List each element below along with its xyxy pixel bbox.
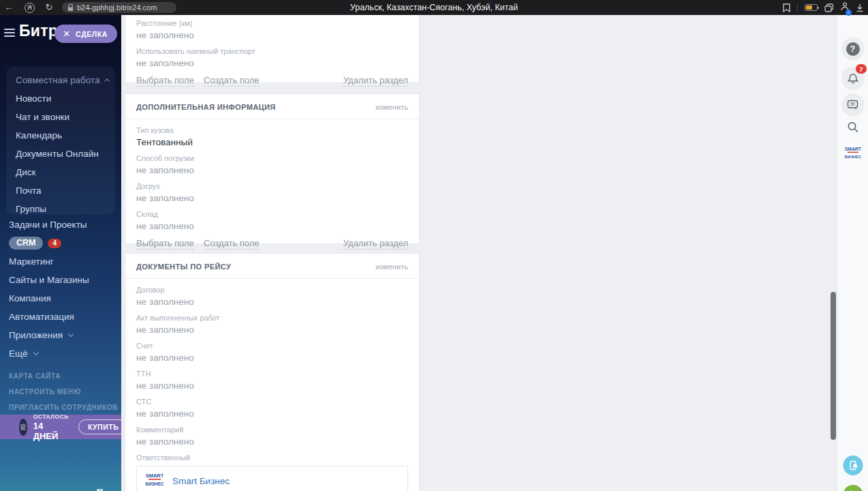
select-field-link[interactable]: Выбрать поле xyxy=(136,75,194,87)
field-label: Склад xyxy=(136,210,408,219)
help-icon: ? xyxy=(846,42,860,56)
responsible-user-link[interactable]: Smart Бизнес xyxy=(172,476,230,486)
help-button[interactable]: ? xyxy=(841,38,865,61)
field-value: не заполнено xyxy=(136,30,408,41)
field-distance: Расстояние (км) не заполнено xyxy=(136,19,408,41)
battery-icon[interactable] xyxy=(805,4,818,11)
field-body-type: Тип кузова Тентованный xyxy=(136,126,408,148)
field-loading-method: Способ погрузки не заполнено xyxy=(136,154,408,176)
back-icon[interactable]: ← xyxy=(0,0,18,15)
delete-section-link[interactable]: Удалить раздел xyxy=(343,238,408,250)
field-label: Способ погрузки xyxy=(136,154,408,163)
responsible-user-card: SMARTБИЗНЕС Smart Бизнес xyxy=(136,466,408,491)
chevron-up-icon xyxy=(104,79,109,85)
svg-text:БИЗНЕС: БИЗНЕС xyxy=(844,155,861,159)
trial-remaining-value: 14 ДНЕЙ xyxy=(33,421,69,441)
section-title: ДОПОЛНИТЕЛЬНАЯ ИНФОРМАЦИЯ xyxy=(136,103,276,111)
configure-menu-link[interactable]: НАСТРОИТЬ МЕНЮ xyxy=(0,384,121,400)
field-value: Тентованный xyxy=(136,137,408,148)
notifications-button[interactable]: 7 xyxy=(841,67,865,90)
browser-home-icon[interactable]: Я xyxy=(25,3,35,13)
toolbar-divider xyxy=(797,3,798,12)
field-value: не заполнено xyxy=(136,353,408,363)
field-value: не заполнено xyxy=(136,193,408,204)
refresh-icon[interactable]: ↻ xyxy=(40,0,58,15)
trial-remaining-label: ОСТАЛОСЬ xyxy=(33,413,69,420)
field-value: не заполнено xyxy=(136,297,408,308)
tabs-icon[interactable] xyxy=(824,3,834,12)
sidebar-item-apps[interactable]: Приложения xyxy=(0,326,121,344)
field-value: не заполнено xyxy=(136,325,408,336)
crm-pill[interactable]: CRM xyxy=(9,237,43,250)
field-extra-load: Догруз не заполнено xyxy=(136,182,408,204)
browser-actions: ✓ xyxy=(783,0,864,15)
messenger-button[interactable] xyxy=(841,93,865,117)
search-icon[interactable] xyxy=(847,121,858,136)
chat-icon xyxy=(847,100,858,110)
create-field-link[interactable]: Создать поле xyxy=(204,238,260,250)
sidebar-footer: КАРТА САЙТА НАСТРОИТЬ МЕНЮ ПРИГЛАСИТЬ СО… xyxy=(0,368,121,415)
profile-check-badge: ✓ xyxy=(846,10,852,16)
field-value: не заполнено xyxy=(136,58,408,69)
svg-text:БИЗНЕС: БИЗНЕС xyxy=(145,481,164,486)
screen: ← Я ↻ b24-gphhgj.bitrix24.com Уральск, К… xyxy=(0,0,868,491)
crown-icon: ♕ xyxy=(19,419,27,436)
field-work-act: Акт выполненных работ не заполнено xyxy=(136,314,408,336)
lock-icon xyxy=(67,4,74,12)
profile-icon[interactable]: ✓ xyxy=(841,1,849,14)
main-sidebar: Битрикс24 ✕ СДЕЛКА Совместная работа Нов… xyxy=(0,15,121,491)
sidebar-item-sites[interactable]: Сайты и Магазины xyxy=(0,271,121,289)
create-field-link[interactable]: Создать поле xyxy=(204,75,260,87)
chevron-down-icon xyxy=(68,331,74,337)
sidebar-item-disk[interactable]: Диск xyxy=(6,163,115,181)
svg-text:SMART: SMART xyxy=(845,147,862,151)
sidebar-item-calendar[interactable]: Календарь xyxy=(6,126,115,145)
trial-banner[interactable]: ♕ ОСТАЛОСЬ 14 ДНЕЙ КУПИТЬ xyxy=(0,415,121,439)
avatar: SMARTБИЗНЕС xyxy=(144,469,165,491)
sitemap-link[interactable]: КАРТА САЙТА xyxy=(0,368,121,384)
sidebar-item-news[interactable]: Новости xyxy=(6,89,115,108)
telephony-button[interactable] xyxy=(843,485,863,491)
delete-section-link[interactable]: Удалить раздел xyxy=(343,75,408,87)
edit-section-link[interactable]: изменить xyxy=(375,103,408,111)
sidebar-item-collaboration[interactable]: Совместная работа xyxy=(6,71,115,89)
select-field-link[interactable]: Выбрать поле xyxy=(136,238,194,250)
vertical-scrollbar[interactable] xyxy=(831,292,836,440)
trial-text: ОСТАЛОСЬ 14 ДНЕЙ xyxy=(33,413,69,441)
edit-section-link[interactable]: изменить xyxy=(375,263,408,271)
sidebar-item-tasks[interactable]: Задачи и Проекты xyxy=(0,215,121,234)
download-icon[interactable] xyxy=(856,3,864,12)
mobile-app-button[interactable] xyxy=(843,456,863,475)
page-title: Уральск, Казахстан-Сяогань, Хубэй, Китай xyxy=(350,3,518,12)
section-actions: Выбрать поле Создать поле Удалить раздел xyxy=(136,75,408,93)
sidebar-item-more[interactable]: Ещё xyxy=(0,344,121,363)
address-bar[interactable]: b24-gphhgj.bitrix24.com xyxy=(62,2,176,13)
field-label: Использовать наемный транспорт xyxy=(136,47,408,56)
field-label: Расстояние (км) xyxy=(136,19,408,28)
field-label: ТТН xyxy=(136,370,408,378)
field-label: Комментарий xyxy=(136,426,408,434)
sidebar-item-mail[interactable]: Почта xyxy=(6,181,115,200)
bookmark-icon[interactable] xyxy=(783,3,790,12)
menu-toggle-icon[interactable] xyxy=(4,29,15,39)
sidebar-item-automation[interactable]: Автоматизация xyxy=(0,308,121,326)
field-comment: Комментарий не заполнено xyxy=(136,426,408,447)
sidebar-item-crm[interactable]: CRM 4 xyxy=(0,234,121,252)
deal-chip[interactable]: ✕ СДЕЛКА xyxy=(55,25,117,43)
chevron-down-icon xyxy=(33,350,39,355)
browser-toolbar: ← Я ↻ b24-gphhgj.bitrix24.com Уральск, К… xyxy=(0,0,868,15)
right-toolbar: ? 7 SMARTБИЗНЕС xyxy=(837,15,868,491)
printer-icon[interactable] xyxy=(94,488,106,491)
field-responsible: Ответственный SMARTБИЗНЕС Smart Бизнес xyxy=(136,453,408,491)
sidebar-item-marketing[interactable]: Маркетинг xyxy=(0,252,121,271)
sidebar-item-company[interactable]: Компания xyxy=(0,289,121,308)
close-icon[interactable]: ✕ xyxy=(63,29,70,38)
user-avatar[interactable]: SMARTБИЗНЕС xyxy=(843,143,862,164)
field-value: не заполнено xyxy=(136,381,408,391)
field-label: Тип кузова xyxy=(136,126,408,135)
field-label: Счет xyxy=(136,342,408,351)
buy-button[interactable]: КУПИТЬ xyxy=(78,419,121,434)
sidebar-item-docs-online[interactable]: Документы Онлайн xyxy=(6,145,115,163)
field-hired-transport: Использовать наемный транспорт не заполн… xyxy=(136,47,408,69)
sidebar-item-chat[interactable]: Чат и звонки xyxy=(6,108,115,126)
